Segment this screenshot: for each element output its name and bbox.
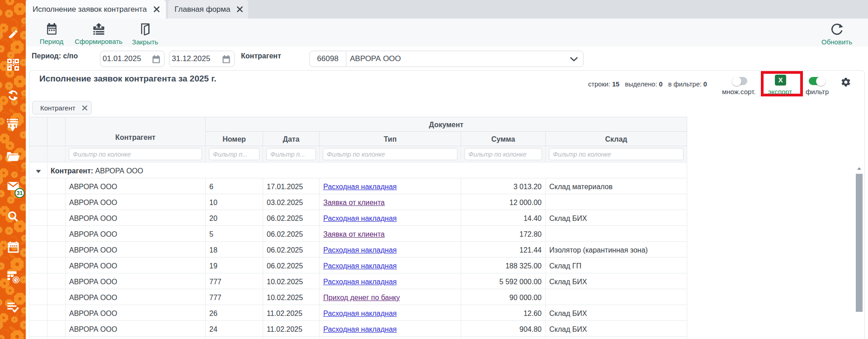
svg-text:31: 31 <box>17 190 23 196</box>
